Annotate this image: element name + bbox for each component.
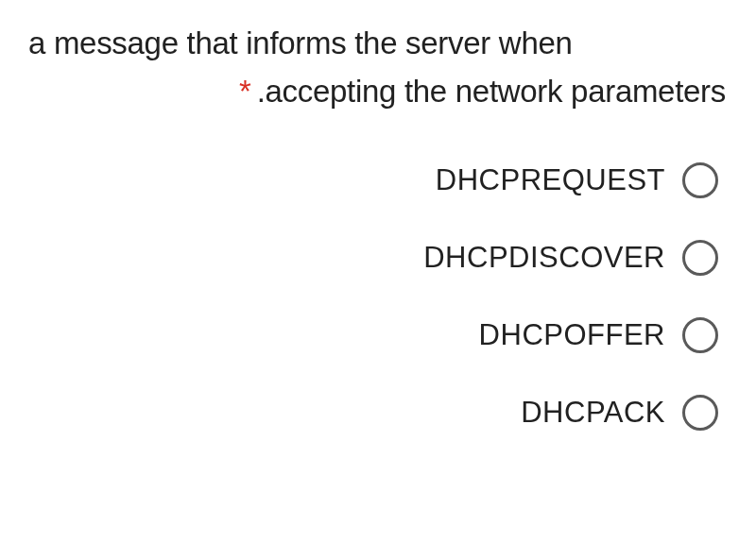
option-row[interactable]: DHCPOFFER <box>28 317 718 353</box>
question-line2: *.accepting the network parameters <box>28 67 728 115</box>
radio-icon[interactable] <box>682 395 718 431</box>
option-label: DHCPOFFER <box>479 318 665 352</box>
question-line2-text: .accepting the network parameters <box>257 74 726 109</box>
question-text: a message that informs the server when *… <box>28 19 728 115</box>
options-container: DHCPREQUEST DHCPDISCOVER DHCPOFFER DHCPA… <box>28 162 728 431</box>
radio-icon[interactable] <box>682 162 718 198</box>
option-row[interactable]: DHCPDISCOVER <box>28 240 718 276</box>
required-asterisk: * <box>239 74 251 109</box>
option-label: DHCPACK <box>521 396 665 430</box>
option-label: DHCPREQUEST <box>436 163 665 197</box>
question-line1: a message that informs the server when <box>28 19 728 67</box>
radio-icon[interactable] <box>682 317 718 353</box>
option-label: DHCPDISCOVER <box>423 241 665 275</box>
option-row[interactable]: DHCPACK <box>28 395 718 431</box>
option-row[interactable]: DHCPREQUEST <box>28 162 718 198</box>
radio-icon[interactable] <box>682 240 718 276</box>
